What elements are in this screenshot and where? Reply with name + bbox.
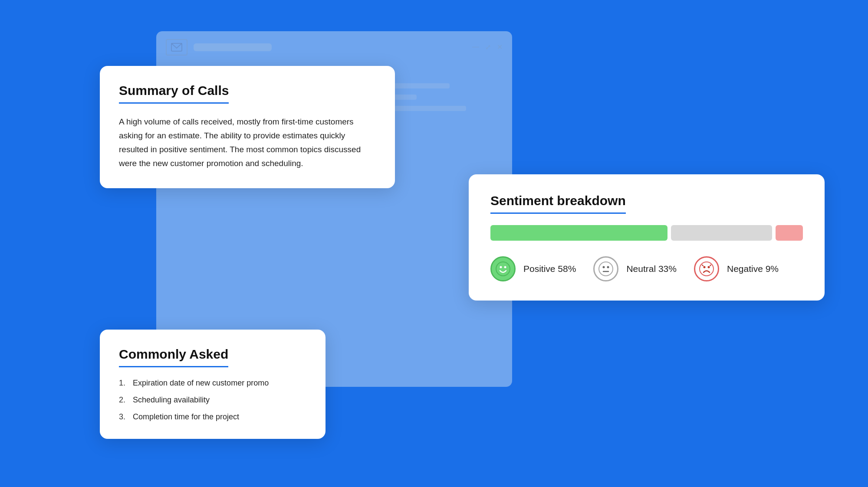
svg-point-4 bbox=[599, 262, 613, 276]
summary-card-body: A high volume of calls received, mostly … bbox=[119, 115, 376, 171]
maximize-icon[interactable]: ⤢ bbox=[485, 43, 491, 51]
sentiment-neutral: Neutral 33% bbox=[593, 256, 677, 281]
bg-window-controls: — ⤢ ✕ bbox=[472, 43, 503, 51]
svg-point-3 bbox=[504, 266, 506, 268]
neutral-emoji bbox=[593, 256, 618, 281]
asked-item-1: 1. Expiration date of new customer promo bbox=[119, 379, 306, 388]
asked-item-2: 2. Scheduling availability bbox=[119, 395, 306, 405]
svg-point-10 bbox=[707, 266, 710, 268]
neutral-label: Neutral 33% bbox=[626, 264, 677, 274]
asked-list: 1. Expiration date of new customer promo… bbox=[119, 379, 306, 422]
positive-label: Positive 58% bbox=[523, 264, 576, 274]
bg-window-title-text bbox=[194, 43, 272, 51]
neutral-bar bbox=[671, 225, 772, 241]
sentiment-card-title: Sentiment breakdown bbox=[490, 193, 626, 214]
scene: — ⤢ ✕ Summary of Calls A high volume of … bbox=[43, 31, 825, 456]
close-icon[interactable]: ✕ bbox=[497, 43, 503, 51]
bg-window-titlebar: — ⤢ ✕ bbox=[156, 31, 512, 63]
positive-emoji bbox=[490, 256, 516, 281]
svg-point-2 bbox=[500, 266, 502, 268]
summary-card: Summary of Calls A high volume of calls … bbox=[100, 66, 395, 188]
sentiment-items: Positive 58% Neutral 33% bbox=[490, 256, 803, 281]
commonly-asked-title: Commonly Asked bbox=[119, 347, 228, 367]
positive-bar bbox=[490, 225, 667, 241]
summary-card-title: Summary of Calls bbox=[119, 83, 229, 104]
asked-item-3: 3. Completion time for the project bbox=[119, 412, 306, 422]
sentiment-card: Sentiment breakdown Positive 58% bbox=[469, 174, 825, 301]
sentiment-bar-row bbox=[490, 225, 803, 241]
svg-point-6 bbox=[607, 266, 609, 268]
svg-point-9 bbox=[703, 266, 705, 268]
svg-point-1 bbox=[496, 262, 510, 276]
svg-point-5 bbox=[603, 266, 605, 268]
commonly-asked-card: Commonly Asked 1. Expiration date of new… bbox=[100, 330, 326, 439]
negative-bar bbox=[776, 225, 803, 241]
sentiment-negative: Negative 9% bbox=[694, 256, 779, 281]
svg-point-8 bbox=[700, 262, 713, 276]
negative-emoji bbox=[694, 256, 719, 281]
negative-label: Negative 9% bbox=[727, 264, 779, 274]
minimize-icon[interactable]: — bbox=[472, 43, 479, 51]
sentiment-positive: Positive 58% bbox=[490, 256, 576, 281]
email-icon bbox=[166, 39, 187, 56]
